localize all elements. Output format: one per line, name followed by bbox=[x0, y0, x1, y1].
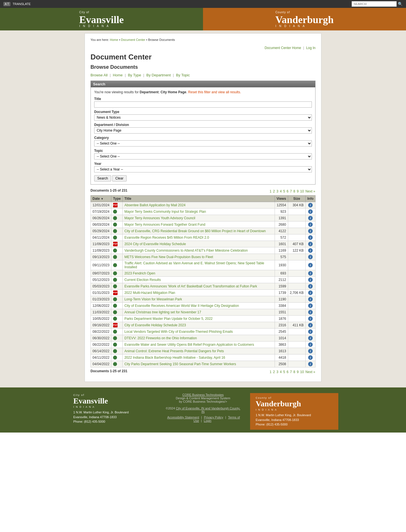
breadcrumb-home[interactable]: Home bbox=[110, 38, 118, 41]
year-select[interactable]: -- Select a Year -- bbox=[94, 166, 312, 172]
page-10-link[interactable]: 10 bbox=[300, 189, 304, 193]
top-search-input[interactable] bbox=[352, 1, 397, 7]
doc-title-link[interactable]: 2023 Fendrich Open bbox=[124, 271, 155, 275]
title-input[interactable] bbox=[94, 101, 312, 108]
next-link-b[interactable]: Next » bbox=[305, 370, 315, 374]
page-6-link-b[interactable]: 6 bbox=[286, 370, 288, 374]
info-button[interactable]: i bbox=[308, 323, 313, 327]
info-button[interactable]: i bbox=[308, 209, 313, 214]
page-4-link[interactable]: 4 bbox=[280, 189, 282, 193]
category-select[interactable]: -- Select One -- bbox=[94, 140, 312, 147]
privacy-link[interactable]: Privacy Policy bbox=[204, 416, 223, 419]
doc-title-link[interactable]: Mayor Terry Announces Forward Together G… bbox=[124, 223, 205, 227]
info-button[interactable]: i bbox=[308, 271, 313, 276]
info-button[interactable]: i bbox=[308, 349, 313, 353]
page-3-link-b[interactable]: 3 bbox=[276, 370, 278, 374]
doc-title-link[interactable]: Mayor Terry Announces Youth Advisory Cou… bbox=[124, 216, 195, 220]
reset-filter-link[interactable]: Reset this filter and view all results. bbox=[188, 90, 241, 94]
doc-title-link[interactable]: Mayor Terry Seeks Community Input for St… bbox=[124, 210, 206, 214]
top-search-button[interactable]: 🔍 bbox=[398, 2, 403, 6]
info-button[interactable]: i bbox=[308, 203, 313, 207]
info-button[interactable]: i bbox=[308, 222, 313, 227]
topic-select[interactable]: -- Select One -- bbox=[94, 153, 312, 159]
next-link[interactable]: Next » bbox=[305, 189, 315, 193]
doc-title-link[interactable]: City of Evansville Holiday Schedule 2023 bbox=[124, 323, 186, 327]
doc-title-link[interactable]: Local Vendors Targeted With City of Evan… bbox=[124, 330, 233, 334]
browse-by-dept-link[interactable]: By Department bbox=[146, 73, 171, 77]
info-button[interactable]: i bbox=[308, 263, 313, 267]
info-button[interactable]: i bbox=[308, 329, 313, 334]
info-button[interactable]: i bbox=[308, 316, 313, 321]
accessibility-link[interactable]: Accessibility Statement bbox=[167, 416, 199, 419]
info-button[interactable]: i bbox=[308, 235, 313, 240]
page-8-link-b[interactable]: 8 bbox=[294, 370, 295, 374]
breadcrumb-document-center[interactable]: Document Center bbox=[121, 38, 145, 41]
doc-title-link[interactable]: Vanderburgh County Commissioners to Atte… bbox=[124, 249, 248, 252]
evansville-logo[interactable]: City of Evansville I N D I A N A bbox=[0, 8, 203, 30]
doc-type-select[interactable]: News & Notices bbox=[94, 114, 312, 121]
doc-title-link[interactable]: City of Evansville, CRG Residential Brea… bbox=[124, 229, 266, 233]
doc-title-link[interactable]: City of Evansville Receives American Wor… bbox=[124, 304, 239, 308]
page-4-link-b[interactable]: 4 bbox=[280, 370, 282, 374]
doc-title-link[interactable]: Traffic Alert: Caution Advised as Vann A… bbox=[124, 261, 264, 269]
info-button[interactable]: i bbox=[308, 216, 313, 220]
info-button[interactable]: i bbox=[308, 248, 313, 253]
page-1-link[interactable]: 1 bbox=[270, 189, 272, 193]
info-button[interactable]: i bbox=[308, 362, 313, 366]
info-button[interactable]: i bbox=[308, 284, 313, 289]
doc-title-link[interactable]: Evansville Water and Sewer Utility Opens… bbox=[124, 343, 254, 347]
browse-by-type-link[interactable]: By Type bbox=[128, 73, 141, 77]
clear-button[interactable]: Clear bbox=[112, 175, 127, 181]
doc-title-link[interactable]: 2022 Multi-Hazard Mitigation Plan bbox=[124, 291, 175, 295]
browse-all-link[interactable]: Browse All bbox=[91, 73, 108, 77]
doc-title-link[interactable]: Absentee Ballot Application by Mail 2024 bbox=[124, 203, 186, 207]
browse-home-link[interactable]: Home bbox=[113, 73, 123, 77]
info-button[interactable]: i bbox=[308, 336, 313, 340]
page-2-link-b[interactable]: 2 bbox=[273, 370, 275, 374]
col-type[interactable]: Type bbox=[111, 196, 123, 202]
page-8-link[interactable]: 8 bbox=[294, 189, 295, 193]
doc-title-link[interactable]: DTEVV: 2022 Fireworks on the Ohio Inform… bbox=[124, 336, 197, 340]
doc-title-link[interactable]: Parks Department Master Plan Update for … bbox=[124, 317, 213, 321]
doc-title-link[interactable]: Evansville Region Receives $45 Million F… bbox=[124, 236, 209, 240]
info-button[interactable]: i bbox=[308, 303, 313, 308]
doc-title-link[interactable]: METS Welcomes Five New Dual-Propulsion B… bbox=[124, 255, 213, 259]
doc-title-link[interactable]: City Parks Department Seeking 150 Season… bbox=[124, 362, 236, 366]
col-date[interactable]: Date ▼ bbox=[91, 196, 111, 202]
vanderburgh-logo[interactable]: County of Vanderburgh I N D I A N A bbox=[203, 8, 406, 30]
info-button[interactable]: i bbox=[308, 255, 313, 259]
page-7-link[interactable]: 7 bbox=[290, 189, 292, 193]
info-button[interactable]: i bbox=[308, 342, 313, 347]
browse-by-topic-link[interactable]: By Topic bbox=[176, 73, 190, 77]
doc-title-link[interactable]: Long-Term Vision for Wesselman Park bbox=[124, 297, 182, 301]
page-5-link[interactable]: 5 bbox=[283, 189, 285, 193]
core-link[interactable]: CORE Business Technologies bbox=[182, 393, 224, 396]
page-9-link[interactable]: 9 bbox=[297, 189, 299, 193]
page-2-link[interactable]: 2 bbox=[273, 189, 275, 193]
col-size[interactable]: Size bbox=[288, 196, 305, 202]
col-title[interactable]: Title bbox=[123, 196, 275, 202]
info-button[interactable]: i bbox=[308, 310, 313, 314]
page-3-link[interactable]: 3 bbox=[276, 189, 278, 193]
document-center-home-link[interactable]: Document Center Home bbox=[264, 46, 301, 50]
page-10-link-b[interactable]: 10 bbox=[300, 370, 304, 374]
page-6-link[interactable]: 6 bbox=[286, 189, 288, 193]
info-button[interactable]: i bbox=[308, 291, 313, 295]
log-in-link[interactable]: Log In bbox=[306, 46, 315, 50]
page-7-link-b[interactable]: 7 bbox=[290, 370, 292, 374]
info-button[interactable]: i bbox=[308, 278, 313, 282]
search-button[interactable]: Search bbox=[94, 175, 111, 181]
page-5-link-b[interactable]: 5 bbox=[283, 370, 285, 374]
info-button[interactable]: i bbox=[308, 229, 313, 233]
info-button[interactable]: i bbox=[308, 355, 313, 360]
doc-title-link[interactable]: Evansville Parks Announces 'Work of Art'… bbox=[124, 284, 257, 288]
info-button[interactable]: i bbox=[308, 242, 313, 246]
doc-title-link[interactable]: Current Election Results bbox=[124, 278, 161, 282]
doc-title-link[interactable]: Animal Control: Extreme Heat Presents Po… bbox=[124, 349, 224, 353]
at-button[interactable]: A T bbox=[3, 2, 10, 6]
info-button[interactable]: i bbox=[308, 297, 313, 302]
doc-title-link[interactable]: 2024 City of Evansville Holiday Schedule bbox=[124, 242, 186, 246]
dept-select[interactable]: City Home Page bbox=[94, 127, 312, 134]
doc-title-link[interactable]: Annual Christmas tree lighting set for N… bbox=[124, 310, 201, 314]
city-link[interactable]: City of Evansville, IN and Vanderburgh C… bbox=[176, 407, 240, 413]
